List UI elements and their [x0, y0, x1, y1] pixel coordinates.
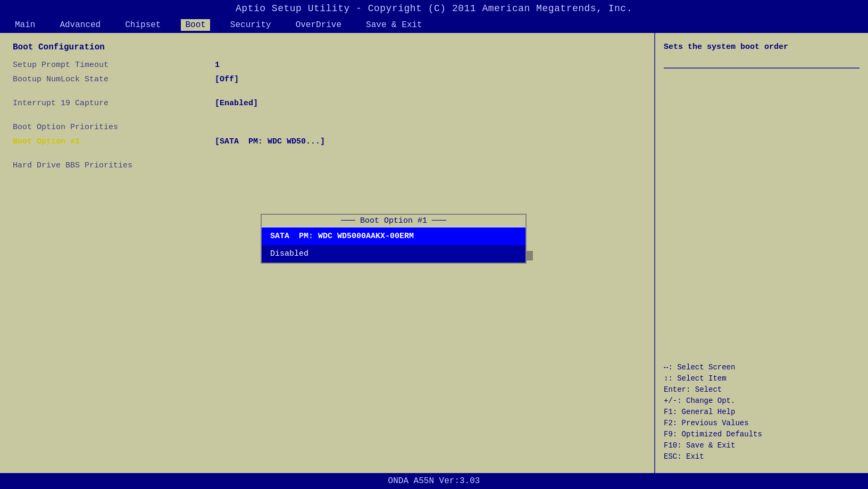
label-interrupt: Interrupt 19 Capture	[13, 99, 215, 108]
config-row-interrupt: Interrupt 19 Capture [Enabled]	[13, 99, 641, 108]
title-bar: Aptio Setup Utility - Copyright (C) 2011…	[0, 0, 868, 17]
key-row: Enter: Select	[664, 385, 859, 394]
config-row-timeout: Setup Prompt Timeout 1	[13, 61, 641, 70]
config-row-numlock: Bootup NumLock State [Off]	[13, 75, 641, 84]
dropdown-popup[interactable]: ─── Boot Option #1 ─── SATA PM: WDC WD50…	[261, 214, 527, 264]
key-row: ↔: Select Screen	[664, 363, 859, 372]
value-boot-option1: [SATA PM: WDC WD50...]	[215, 137, 325, 146]
divider	[664, 68, 859, 69]
dropdown-options[interactable]: SATA PM: WDC WD5000AAKX-00ERM Disabled	[261, 227, 527, 264]
nav-bar: MainAdvancedChipsetBootSecurityOverDrive…	[0, 17, 868, 33]
nav-item-security[interactable]: Security	[226, 19, 276, 31]
key-help: ↔: Select Screen↕: Select ItemEnter: Sel…	[664, 363, 859, 463]
key-row: F2: Previous Values	[664, 419, 859, 427]
nav-item-boot[interactable]: Boot	[181, 19, 210, 31]
nav-item-chipset[interactable]: Chipset	[121, 19, 165, 31]
key-row: F1: General Help	[664, 408, 859, 416]
key-row: F9: Optimized Defaults	[664, 430, 859, 439]
label-numlock: Bootup NumLock State	[13, 75, 215, 84]
nav-item-saveexit[interactable]: Save & Exit	[362, 19, 427, 31]
nav-item-overdrive[interactable]: OverDrive	[291, 19, 346, 31]
section-title: Boot Configuration	[13, 43, 641, 52]
config-row-boot-option1[interactable]: Boot Option #1 [SATA PM: WDC WD50...]	[13, 137, 641, 146]
dropdown-option-sata[interactable]: SATA PM: WDC WD5000AAKX-00ERM	[262, 227, 525, 245]
label-timeout: Setup Prompt Timeout	[13, 61, 215, 70]
nav-item-main[interactable]: Main	[11, 19, 39, 31]
label-boot-priorities: Boot Option Priorities	[13, 123, 215, 132]
footer-text: ONDA A55N Ver:3.03	[388, 476, 480, 486]
config-row-hdd-bbs: Hard Drive BBS Priorities	[13, 161, 641, 170]
key-row: ESC: Exit	[664, 452, 859, 461]
config-row-boot-priorities: Boot Option Priorities	[13, 123, 641, 132]
label-boot-option1: Boot Option #1	[13, 137, 215, 146]
key-row: F10: Save & Exit	[664, 441, 859, 450]
value-numlock: [Off]	[215, 75, 239, 84]
main-content: Boot Configuration Setup Prompt Timeout …	[0, 33, 868, 473]
footer: ONDA A55N Ver:3.03	[0, 473, 868, 489]
dropdown-title: ─── Boot Option #1 ───	[261, 214, 527, 227]
help-text: Sets the system boot order	[664, 43, 859, 52]
key-row: ↕: Select Item	[664, 374, 859, 383]
dropdown-option-disabled[interactable]: Disabled	[262, 245, 525, 263]
key-row: +/-: Change Opt.	[664, 397, 859, 405]
left-panel: Boot Configuration Setup Prompt Timeout …	[0, 33, 655, 473]
label-hdd-bbs: Hard Drive BBS Priorities	[13, 161, 215, 170]
value-interrupt: [Enabled]	[215, 99, 258, 108]
nav-item-advanced[interactable]: Advanced	[55, 19, 105, 31]
title-text: Aptio Setup Utility - Copyright (C) 2011…	[236, 3, 632, 14]
right-panel: Sets the system boot order ↔: Select Scr…	[655, 33, 868, 473]
value-timeout: 1	[215, 61, 220, 70]
